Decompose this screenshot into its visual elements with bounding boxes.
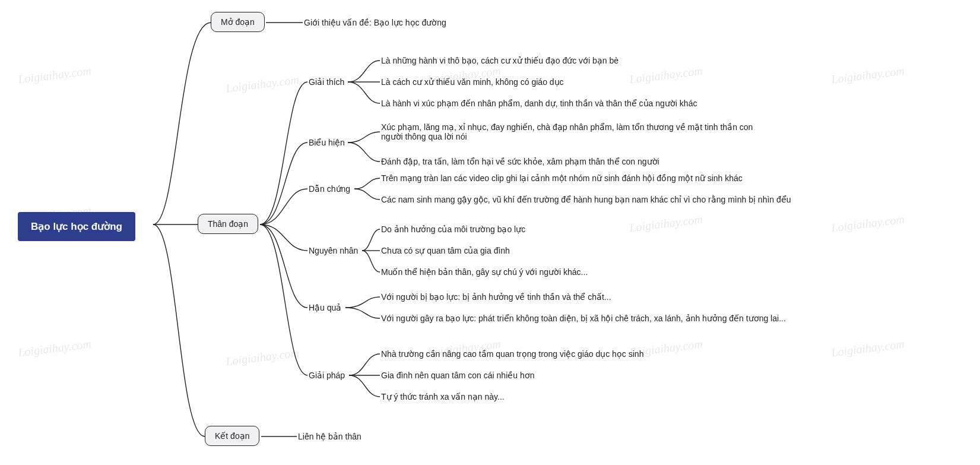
leaf-dan-chung-0: Trên mạng tràn lan các video clip ghi lạ…	[381, 173, 743, 183]
watermark: Loigiaihay.com	[17, 337, 92, 360]
leaf-ket-doan-content: Liên hệ bản thân	[298, 432, 361, 441]
leaf-mo-doan-content: Giới thiệu vấn đề: Bạo lực học đường	[304, 18, 446, 27]
branch-dan-chung: Dẫn chứng	[309, 184, 350, 194]
watermark: Loigiaihay.com	[629, 64, 703, 87]
watermark: Loigiaihay.com	[225, 73, 300, 96]
section-label: Mở đoạn	[221, 17, 255, 27]
leaf-nguyen-nhan-2: Muốn thể hiện bản thân, gây sự chú ý với…	[381, 267, 588, 277]
section-mo-doan: Mở đoạn	[211, 12, 265, 32]
leaf-nguyen-nhan-0: Do ảnh hưởng của môi trường bạo lực	[381, 224, 525, 234]
section-ket-doan: Kết đoạn	[205, 426, 259, 446]
leaf-giai-phap-1: Gia đình nên quan tâm con cái nhiều hơn	[381, 371, 535, 380]
branch-hau-qua: Hậu quả	[309, 303, 341, 312]
leaf-bieu-hien-1: Đánh đập, tra tấn, làm tổn hại về sức kh…	[381, 157, 659, 166]
leaf-giai-phap-0: Nhà trường cần nâng cao tầm quan trọng t…	[381, 349, 643, 359]
watermark: Loigiaihay.com	[830, 213, 905, 235]
branch-giai-phap: Giải pháp	[309, 371, 345, 380]
leaf-nguyen-nhan-1: Chưa có sự quan tâm của gia đình	[381, 246, 510, 255]
section-label: Kết đoạn	[215, 431, 249, 441]
leaf-giai-thich-0: Là những hành vi thô bạo, cách cư xử thi…	[381, 56, 619, 65]
leaf-giai-thich-2: Là hành vi xúc phạm đến nhân phẩm, danh …	[381, 99, 697, 108]
leaf-dan-chung-1: Các nam sinh mang gậy gộc, vũ khí đến tr…	[381, 195, 791, 204]
watermark: Loigiaihay.com	[629, 213, 703, 235]
leaf-giai-thich-1: Là cách cư xử thiếu văn minh, không có g…	[381, 77, 564, 87]
leaf-hau-qua-1: Với người gây ra bạo lực: phát triển khô…	[381, 314, 786, 323]
section-than-doan: Thân đoạn	[198, 214, 258, 234]
root-label: Bạo lực học đường	[31, 221, 122, 232]
leaf-giai-phap-2: Tự ý thức tránh xa vấn nạn này...	[381, 392, 505, 401]
watermark: Loigiaihay.com	[17, 64, 92, 87]
leaf-hau-qua-0: Với người bị bạo lực: bị ảnh hưởng về ti…	[381, 292, 611, 302]
root-node: Bạo lực học đường	[18, 212, 135, 241]
watermark: Loigiaihay.com	[830, 337, 905, 360]
branch-giai-thich: Giải thích	[309, 77, 344, 87]
branch-bieu-hien: Biểu hiện	[309, 138, 345, 147]
watermark: Loigiaihay.com	[830, 64, 905, 87]
leaf-bieu-hien-0: Xúc phạm, lăng mạ, xỉ nhục, đay nghiến, …	[381, 122, 761, 141]
watermark: Loigiaihay.com	[225, 346, 300, 369]
section-label: Thân đoạn	[208, 219, 248, 229]
branch-nguyen-nhan: Nguyên nhân	[309, 246, 358, 255]
